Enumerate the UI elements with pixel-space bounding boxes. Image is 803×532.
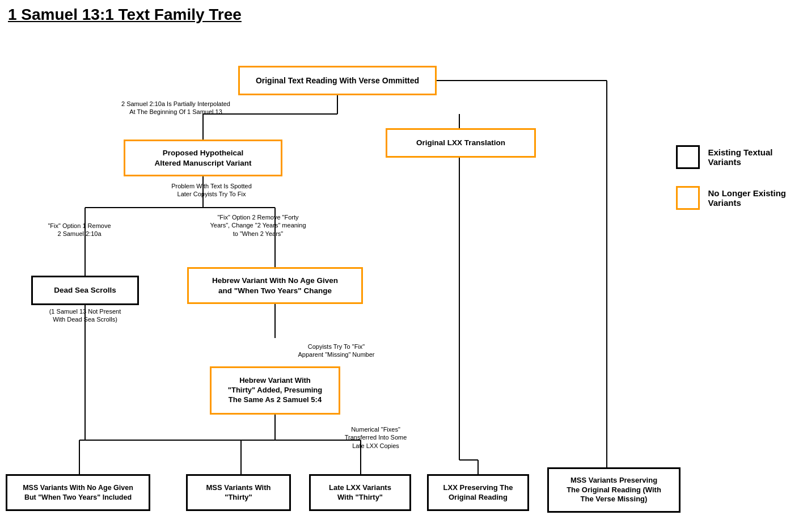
edge-label-dss-note: (1 Samuel 13 Not PresentWith Dead Sea Sc… <box>28 307 142 324</box>
legend-orange-box <box>676 186 700 210</box>
edge-label-numerical: Numerical "Fixes"Transferred Into SomeLa… <box>323 425 428 450</box>
node-late-lxx: Late LXX VariantsWith "Thirty" <box>309 474 411 511</box>
legend-existing: Existing TextualVariants <box>676 145 786 169</box>
node-root: Original Text Reading With Verse Ommitte… <box>238 66 437 95</box>
legend-no-longer: No Longer ExistingVariants <box>676 186 786 210</box>
edge-label-fix1: "Fix" Option 1 Remove2 Samuel 2:10a <box>34 222 125 238</box>
edge-label-hyp-fix: Problem With Text Is SpottedLater Copyis… <box>152 182 271 199</box>
legend: Existing TextualVariants No Longer Exist… <box>676 145 786 210</box>
legend-no-longer-label: No Longer ExistingVariants <box>708 188 786 208</box>
legend-black-box <box>676 145 700 169</box>
edge-label-fix2: "Fix" Option 2 Remove "FortyYears", Chan… <box>198 213 318 238</box>
node-mss-when: MSS Variants With No Age GivenBut "When … <box>6 474 150 511</box>
edge-label-copyists: Copyists Try To "Fix"Apparent "Missing" … <box>282 343 390 359</box>
node-heb: Hebrew Variant With No Age Givenand "Whe… <box>187 267 363 304</box>
node-heb30: Hebrew Variant With"Thirty" Added, Presu… <box>210 366 340 415</box>
node-hyp: Proposed HypotheicalAltered Manuscript V… <box>124 140 282 176</box>
edge-label-root-hyp: 2 Samuel 2:10a Is Partially Interpolated… <box>111 100 241 116</box>
node-dss: Dead Sea Scrolls <box>31 276 139 305</box>
node-lxx-pres: LXX Preserving TheOriginal Reading <box>427 474 529 511</box>
node-lxx: Original LXX Translation <box>386 128 536 158</box>
page-title: 1 Samuel 13:1 Text Family Tree <box>0 0 803 29</box>
node-mss-pres: MSS Variants PreservingThe Original Read… <box>547 467 681 513</box>
tree-container: Original Text Reading With Verse Ommitte… <box>0 32 803 531</box>
legend-existing-label: Existing TextualVariants <box>708 147 772 167</box>
node-mss-thirty: MSS Variants With"Thirty" <box>186 474 291 511</box>
